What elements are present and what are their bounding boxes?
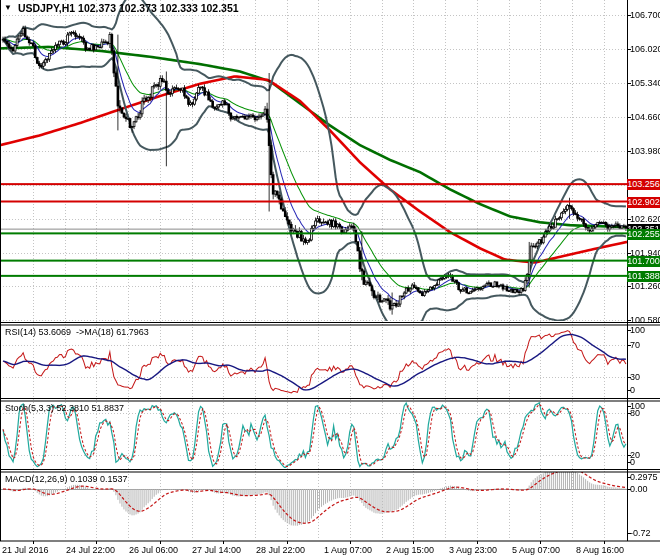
price-badge: 103.256 <box>627 179 660 190</box>
price-badge: 101.700 <box>627 256 660 267</box>
time-axis-label: 27 Jul 14:00 <box>192 545 241 555</box>
price-axis-label: 102.620 <box>630 214 660 224</box>
time-axis-label: 21 Jul 2016 <box>2 545 49 555</box>
price-axis-label: 106.020 <box>630 44 660 54</box>
chart-title: ▼USDJPY,H1 102.373 102.373 102.333 102.3… <box>4 2 239 16</box>
time-axis-label: 8 Aug 16:00 <box>576 545 624 555</box>
price-axis-label: 100.580 <box>630 315 660 325</box>
mt4-chart-window: ▼USDJPY,H1 102.373 102.373 102.333 102.3… <box>0 0 660 560</box>
macd-indicator-label: MACD(12,26,9) 0.1039 0.1537 <box>5 474 128 484</box>
macd-axis-label: -0.72 <box>630 528 651 538</box>
time-axis-label: 28 Jul 22:00 <box>256 545 305 555</box>
rsi-axis-label: 0 <box>630 385 635 395</box>
time-axis-label: 24 Jul 22:00 <box>66 545 115 555</box>
stoch-indicator-label: Stoch(5,3,3) 52.3810 51.8837 <box>5 403 124 413</box>
price-badge: 102.902 <box>627 197 660 208</box>
price-axis-label: 105.340 <box>630 78 660 88</box>
time-axis-label: 26 Jul 06:00 <box>129 545 178 555</box>
macd-axis-label: 0.2975 <box>630 472 658 482</box>
chart-menu-dropdown-icon[interactable]: ▼ <box>4 3 12 12</box>
time-axis-label: 3 Aug 23:00 <box>449 545 497 555</box>
price-axis-label: 101.260 <box>630 281 660 291</box>
price-axis-label: 104.660 <box>630 112 660 122</box>
price-badge: 101.388 <box>627 271 660 282</box>
time-axis-label: 1 Aug 07:00 <box>324 545 372 555</box>
rsi-axis-label: 100 <box>630 325 645 335</box>
price-badge: 102.255 <box>627 229 660 240</box>
macd-axis-label: 0.00 <box>630 484 648 494</box>
stoch-axis-label: 0 <box>630 457 635 467</box>
rsi-axis-label: 70 <box>630 340 640 350</box>
price-axis-label: 103.980 <box>630 146 660 156</box>
rsi-indicator-label: RSI(14) 53.6069 ->MA(18) 61.7963 <box>5 327 149 337</box>
time-axis-label: 5 Aug 07:00 <box>512 545 560 555</box>
price-axis-label: 106.700 <box>630 10 660 20</box>
ohlc-values: 102.373 102.373 102.333 102.351 <box>78 2 239 14</box>
time-axis-label: 2 Aug 15:00 <box>386 545 434 555</box>
stoch-axis-label: 80 <box>630 408 640 418</box>
rsi-axis-label: 30 <box>630 372 640 382</box>
symbol-period-label: USDJPY,H1 <box>18 2 75 14</box>
